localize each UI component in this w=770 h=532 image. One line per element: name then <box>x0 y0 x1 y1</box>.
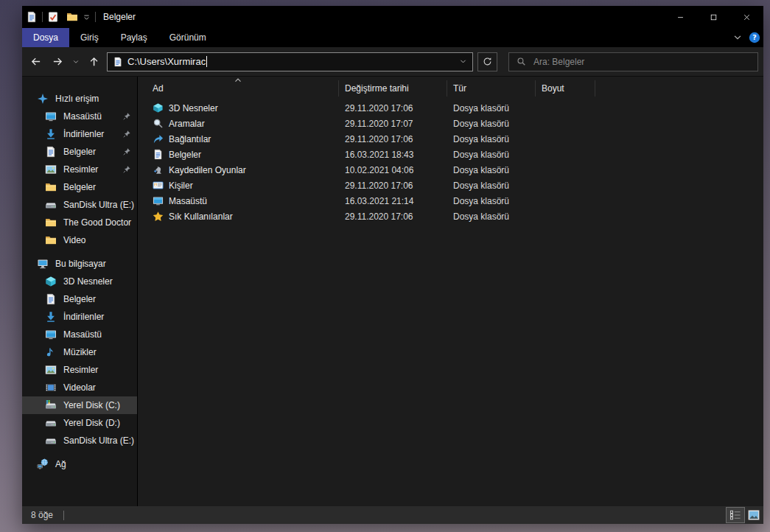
sidebar-item-belgeler[interactable]: Belgeler <box>22 290 137 308</box>
search-icon <box>517 57 526 66</box>
up-button[interactable] <box>83 51 104 73</box>
pin-icon <box>122 165 131 174</box>
refresh-icon <box>483 57 492 66</box>
titlebar: Belgeler <box>22 6 763 28</box>
sidebar-item-yerel-disk-c[interactable]: Yerel Disk (C:) <box>22 396 137 414</box>
sidebar-item-belgeler[interactable]: Belgeler <box>22 178 137 196</box>
file-row-baglantilar[interactable]: Bağlantılar29.11.2020 17:06Dosya klasörü <box>138 131 763 147</box>
forward-arrow-icon <box>52 56 63 67</box>
details-view-icon <box>729 510 741 520</box>
sidebar-item-resimler[interactable]: Resimler <box>22 361 137 379</box>
sidebar-item-sandisk-ultra-e[interactable]: SanDisk Ultra (E:) <box>22 196 137 214</box>
divider <box>42 12 43 22</box>
sidebar-item-label: The Good Doctor <box>63 217 131 228</box>
pictures-icon <box>45 364 57 376</box>
maximize-button[interactable] <box>697 6 730 28</box>
sidebar-item-the-good-doctor[interactable]: The Good Doctor <box>22 214 137 231</box>
column-label: Değiştirme tarihi <box>345 83 409 94</box>
properties-icon[interactable] <box>47 11 59 23</box>
folder-icon <box>45 234 57 246</box>
sidebar-item-label: Resimler <box>63 365 98 375</box>
chevron-down-icon <box>72 58 80 66</box>
column-header-boyut[interactable]: Boyut <box>536 80 595 97</box>
sidebar-item-label: İndirilenler <box>63 312 104 322</box>
pin-icon <box>122 147 131 156</box>
tab-dosya[interactable]: Dosya <box>22 28 69 47</box>
sidebar-item-hizli-erisim[interactable]: Hızlı erişim <box>22 90 137 108</box>
sidebar-item-sandisk-ultra-e[interactable]: SanDisk Ultra (E:) <box>22 432 137 449</box>
sidebar-item-label: Masaüstü <box>63 111 102 122</box>
sidebar-item-belgeler[interactable]: Belgeler <box>22 143 137 161</box>
file-row-sik-kullanilanlar[interactable]: Sık Kullanılanlar29.11.2020 17:06Dosya k… <box>138 209 763 224</box>
sidebar-item-label: İndirilenler <box>63 129 104 139</box>
sidebar-item-videolar[interactable]: Videolar <box>22 379 137 396</box>
file-row-belgeler[interactable]: Belgeler16.03.2021 18:43Dosya klasörü <box>138 147 763 162</box>
window-title: Belgeler <box>103 12 136 22</box>
search-box[interactable] <box>508 52 758 71</box>
sidebar-item-yerel-disk-d[interactable]: Yerel Disk (D:) <box>22 414 137 432</box>
sidebar-item-indirilenler[interactable]: İndirilenler <box>22 125 137 143</box>
file-row-kisiler[interactable]: Kişiler29.11.2020 17:06Dosya klasörü <box>138 178 763 193</box>
sidebar-item-indirilenler[interactable]: İndirilenler <box>22 308 137 326</box>
sidebar-item-label: Yerel Disk (D:) <box>63 418 120 428</box>
window-controls <box>664 6 763 28</box>
file-row-masaustu[interactable]: Masaüstü16.03.2021 21:14Dosya klasörü <box>138 193 763 209</box>
statusbar: 8 öğe <box>22 506 763 524</box>
folder-icon <box>45 217 57 228</box>
file-name: Masaüstü <box>169 196 207 206</box>
refresh-button[interactable] <box>477 52 497 71</box>
up-arrow-icon <box>88 56 99 67</box>
sidebar-item-masaustu[interactable]: Masaüstü <box>22 326 137 343</box>
large-icons-view-button[interactable] <box>746 507 761 523</box>
sidebar-item-resimler[interactable]: Resimler <box>22 161 137 178</box>
search-input[interactable] <box>532 56 757 68</box>
column-label: Boyut <box>542 83 564 94</box>
customize-qat-chevron-icon[interactable] <box>83 13 91 21</box>
forward-button[interactable] <box>46 51 69 73</box>
back-button[interactable] <box>24 51 46 73</box>
sidebar-item-label: Resimler <box>63 164 98 175</box>
column-header-degistirme-tarihi[interactable]: Değiştirme tarihi <box>339 80 447 97</box>
sidebar-item-bu-bilgisayar[interactable]: Bu bilgisayar <box>22 255 137 273</box>
sidebar-item-masaustu[interactable]: Masaüstü <box>22 108 137 125</box>
drive-icon <box>45 199 57 211</box>
details-view-button[interactable] <box>726 507 745 523</box>
help-icon[interactable]: ? <box>749 32 760 43</box>
sidebar-item-3d-nesneler[interactable]: 3D Nesneler <box>22 273 137 290</box>
file-name: Sık Kullanılanlar <box>169 211 233 222</box>
file-row-kaydedilen-oyunlar[interactable]: Kaydedilen Oyunlar10.02.2021 04:06Dosya … <box>138 162 763 178</box>
file-modified-date: 29.11.2020 17:07 <box>339 119 447 129</box>
column-header-ad[interactable]: Ad <box>138 80 339 97</box>
file-name: Belgeler <box>169 150 201 160</box>
file-name: Kaydedilen Oyunlar <box>169 165 246 175</box>
file-type: Dosya klasörü <box>447 103 536 113</box>
pin-icon <box>122 112 131 121</box>
3d-objects-icon <box>153 102 164 113</box>
maximize-icon <box>710 13 718 21</box>
sidebar-item-ag[interactable]: Ağ <box>22 455 137 473</box>
new-folder-icon[interactable] <box>66 11 78 23</box>
address-bar[interactable]: C:\Users\Xurmirac <box>107 52 473 71</box>
column-header-tur[interactable]: Tür <box>447 80 536 97</box>
recent-locations-button[interactable] <box>69 51 83 73</box>
expand-ribbon-chevron-icon[interactable] <box>732 32 743 43</box>
minimize-button[interactable] <box>664 6 697 28</box>
sidebar-item-muzikler[interactable]: Müzikler <box>22 343 137 361</box>
network-icon <box>37 458 49 470</box>
file-row-3d-nesneler[interactable]: 3D Nesneler29.11.2020 17:06Dosya klasörü <box>138 100 763 116</box>
pin-icon <box>122 130 131 139</box>
tab-gorunum[interactable]: Görünüm <box>158 28 217 47</box>
contacts-icon <box>153 180 164 191</box>
address-path[interactable]: C:\Users\Xurmirac <box>127 56 206 67</box>
sidebar-item-video[interactable]: Video <box>22 231 137 249</box>
file-row-aramalar[interactable]: Aramalar29.11.2020 17:07Dosya klasörü <box>138 116 763 131</box>
file-modified-date: 29.11.2020 17:06 <box>339 134 447 144</box>
tab-giris[interactable]: Giriş <box>69 28 110 47</box>
videos-icon <box>45 382 57 393</box>
address-dropdown-button[interactable] <box>454 53 472 71</box>
favorites-icon <box>153 211 164 222</box>
close-button[interactable] <box>730 6 763 28</box>
sort-ascending-icon <box>233 76 243 83</box>
sidebar-item-label: Bu bilgisayar <box>55 259 106 269</box>
tab-paylas[interactable]: Paylaş <box>110 28 158 47</box>
